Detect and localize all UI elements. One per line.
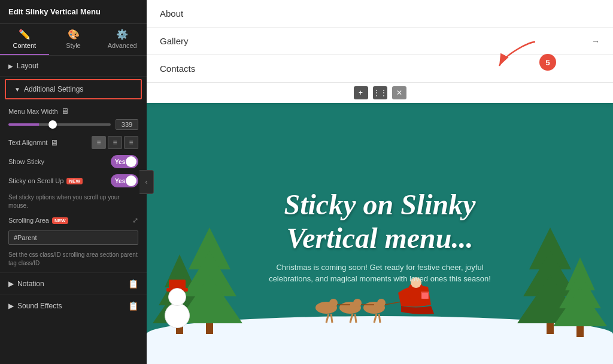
right-panel: About Gallery → Contacts + ⋮⋮ ✕ [147, 0, 613, 364]
sound-effects-section-header[interactable]: ▶ Sound Effects 📋 [0, 295, 147, 317]
text-alignment-label: Text Alignmnt [8, 139, 47, 146]
show-sticky-label: Show Sticky [8, 158, 44, 165]
notation-section-header[interactable]: ▶ Notation 📋 [0, 272, 147, 295]
slider-container: 339 [8, 119, 138, 130]
menu-max-width-label-row: Menu Max Width 🖥 [8, 107, 69, 116]
drag-handle-button[interactable]: ⋮⋮ [373, 86, 387, 99]
notation-arrow-icon: ▶ [8, 280, 14, 288]
tree-right-2 [553, 257, 607, 337]
layout-section-label: Layout [17, 62, 38, 70]
sound-effects-label: Sound Effects [17, 302, 62, 310]
text-alignment-row: Text Alignmnt 🖥 ≡ ≡ ≡ [8, 136, 138, 149]
sticky-scroll-label: Sticky on Scroll Up [8, 177, 63, 184]
settings-content: Menu Max Width 🖥 339 Text Alignmnt 🖥 ≡ ≡ [0, 102, 147, 272]
scrolling-area-expand-icon[interactable]: ⤢ [132, 216, 138, 225]
text-monitor-icon: 🖥 [50, 138, 58, 147]
tab-style[interactable]: 🎨 Style [49, 24, 98, 55]
menu-item-gallery-label: Gallery [160, 36, 189, 46]
content-icon: ✏️ [19, 29, 31, 40]
layout-section-header[interactable]: ▶ Layout [0, 56, 147, 77]
snowman [165, 280, 190, 328]
snowman-head [168, 288, 186, 306]
scrolling-area-row: Scrolling Area NEW ⤢ [8, 216, 138, 225]
christmas-title-line2: Vertical menu... [286, 222, 473, 254]
collapse-panel-button[interactable]: ‹ [139, 170, 154, 194]
left-panel: Edit Slinky Vertical Menu ✏️ Content 🎨 S… [0, 0, 147, 364]
sound-effects-icon: 📋 [128, 301, 138, 311]
additional-settings-label: Additional Settings [24, 85, 83, 93]
max-width-slider[interactable] [8, 123, 111, 126]
scrolling-area-note: Set the css class/ID scrolling area sect… [8, 251, 138, 268]
menu-bar: About Gallery → Contacts + ⋮⋮ ✕ [147, 0, 613, 103]
svg-rect-19 [422, 293, 428, 299]
svg-point-2 [329, 299, 338, 307]
menu-item-contacts-label: Contacts [160, 63, 195, 74]
show-sticky-yes-label: Yes [115, 159, 125, 165]
align-buttons: ≡ ≡ ≡ [92, 136, 138, 149]
notation-icon: 📋 [128, 279, 138, 289]
monitor-icon: 🖥 [61, 107, 69, 116]
tabs-row: ✏️ Content 🎨 Style ⚙️ Advanced [0, 24, 147, 56]
annotation-badge: 5 [539, 54, 556, 71]
snowman-body [165, 303, 190, 328]
svg-line-4 [331, 314, 332, 323]
scrolling-area-label-group: Scrolling Area NEW [8, 217, 68, 224]
gallery-arrow-icon: → [591, 37, 600, 46]
svg-point-6 [353, 299, 362, 307]
tab-content[interactable]: ✏️ Content [0, 24, 49, 55]
align-left-button[interactable]: ≡ [92, 136, 106, 149]
svg-point-10 [377, 299, 386, 307]
sticky-scroll-toggle[interactable]: Yes [111, 174, 138, 187]
tab-advanced[interactable]: ⚙️ Advanced [98, 24, 147, 55]
additional-settings-header[interactable]: ▼ Additional Settings [5, 79, 142, 99]
sticky-note: Set sticky options when you scroll up yo… [8, 193, 138, 210]
show-sticky-row: Show Sticky Yes [8, 155, 138, 168]
panel-title: Edit Slinky Vertical Menu [0, 0, 147, 24]
additional-settings-arrow-icon: ▼ [14, 86, 20, 93]
svg-line-7 [350, 314, 353, 323]
show-sticky-toggle[interactable]: Yes [111, 155, 138, 168]
max-width-value-input[interactable]: 339 [116, 119, 138, 130]
menu-item-gallery[interactable]: Gallery → [147, 28, 613, 55]
style-icon: 🎨 [68, 29, 80, 40]
text-alignment-label-group: Text Alignmnt 🖥 [8, 138, 58, 147]
annotation-arrow [493, 36, 541, 74]
svg-line-3 [326, 314, 329, 323]
scrolling-area-input[interactable]: #Parent [8, 230, 138, 245]
tab-style-label: Style [66, 42, 80, 49]
align-center-button[interactable]: ≡ [108, 136, 122, 149]
add-element-button[interactable]: + [354, 86, 368, 99]
tab-advanced-label: Advanced [108, 42, 137, 49]
menu-item-about[interactable]: About [147, 0, 613, 28]
tab-content-label: Content [13, 42, 37, 49]
align-right-button[interactable]: ≡ [124, 136, 138, 149]
sticky-scroll-badge: NEW [66, 178, 83, 184]
notation-label: Notation [17, 280, 44, 288]
svg-line-12 [379, 314, 380, 323]
scrolling-area-label: Scrolling Area [8, 217, 49, 224]
christmas-subtitle: Christmas is coming soon! Get ready for … [254, 262, 506, 285]
menu-toolbar: + ⋮⋮ ✕ [147, 82, 613, 103]
sound-effects-arrow-icon: ▶ [8, 302, 14, 310]
menu-max-width-row: Menu Max Width 🖥 339 [8, 107, 138, 130]
advanced-icon: ⚙️ [116, 29, 128, 40]
christmas-section: Sticky on Slinky Vertical menu... Christ… [147, 103, 613, 364]
menu-item-about-label: About [160, 8, 183, 19]
sticky-scroll-yes-label: Yes [115, 178, 125, 184]
menu-max-width-label: Menu Max Width [8, 108, 58, 115]
scrolling-area-badge: NEW [52, 217, 68, 224]
svg-line-11 [374, 314, 377, 323]
christmas-title-line1: Sticky on Slinky [284, 189, 475, 220]
svg-line-15 [385, 302, 401, 305]
svg-line-8 [355, 314, 356, 323]
layout-arrow-icon: ▶ [8, 63, 13, 69]
menu-items-list: About Gallery → Contacts [147, 0, 613, 82]
christmas-title: Sticky on Slinky Vertical menu... [284, 188, 475, 254]
sticky-scroll-row: Sticky on Scroll Up NEW Yes [8, 174, 138, 187]
close-toolbar-button[interactable]: ✕ [392, 86, 406, 99]
